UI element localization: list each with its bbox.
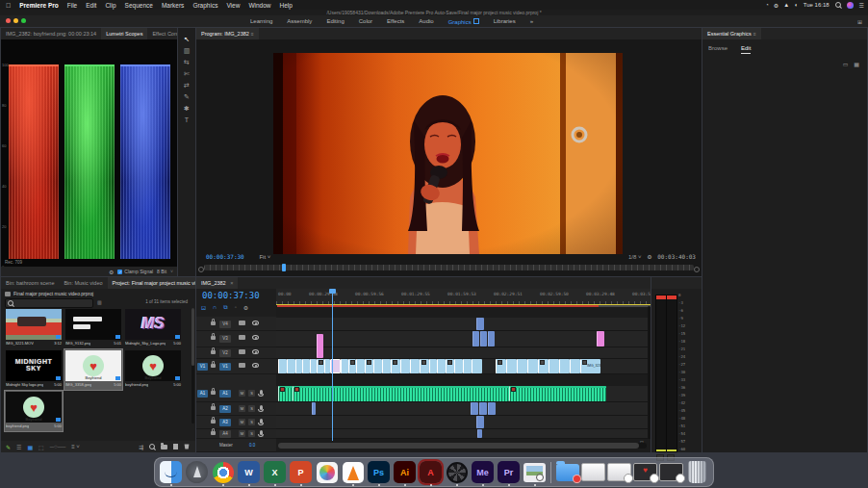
- clip-v1[interactable]: [472, 359, 482, 373]
- menu-item-clip[interactable]: Clip: [105, 2, 115, 9]
- clip-v1[interactable]: [410, 359, 420, 373]
- scrubber-left-handle[interactable]: [198, 267, 204, 272]
- panel-tab-effect-controls[interactable]: Effect Controls: [147, 28, 177, 39]
- new-layer-icon[interactable]: ▦: [854, 61, 859, 67]
- minimize-window-button[interactable]: [13, 18, 18, 23]
- project-file-name[interactable]: Final major project music video.prproj: [13, 291, 93, 296]
- apple-menu[interactable]: : [6, 2, 11, 9]
- timeline-settings-button[interactable]: ⚙: [243, 304, 248, 311]
- voice-over-button[interactable]: [260, 419, 263, 424]
- bit-depth-dropdown[interactable]: 8 Bit: [157, 269, 166, 274]
- project-item[interactable]: ♥BoyfriendIMG_3358.jpeg5:00: [64, 349, 122, 390]
- timeline-playhead[interactable]: [332, 289, 333, 441]
- eg-subtab-edit[interactable]: Edit: [741, 45, 751, 54]
- program-scrubber[interactable]: [204, 265, 694, 270]
- clip-indicator-right[interactable]: [667, 295, 677, 299]
- clip-v1[interactable]: [400, 359, 410, 373]
- clip-a2[interactable]: [479, 402, 487, 415]
- menu-item-help[interactable]: Help: [280, 2, 293, 9]
- lock-toggle[interactable]: [211, 420, 216, 424]
- clip-v3[interactable]: [472, 331, 479, 347]
- clip-indicator-left[interactable]: [656, 295, 666, 299]
- project-item[interactable]: IMG_9132.png5:01: [64, 308, 122, 348]
- workspace-menu-icon[interactable]: ⊞: [857, 18, 862, 25]
- selection-tool[interactable]: ↖: [184, 36, 190, 43]
- timeline-tab[interactable]: IMG_2382 ×: [196, 277, 238, 289]
- track-select-tool[interactable]: ▥: [184, 47, 191, 55]
- clip-v1[interactable]: [287, 359, 295, 373]
- search-input[interactable]: [5, 298, 93, 308]
- find-button[interactable]: [149, 444, 155, 450]
- sync-lock-toggle[interactable]: [239, 335, 245, 341]
- workspace-tab-assembly[interactable]: Assembly: [287, 18, 312, 24]
- dock-item-preview[interactable]: [523, 459, 547, 485]
- program-tab[interactable]: Program: IMG_2382≡: [196, 28, 259, 39]
- add-marker-button[interactable]: ◦: [235, 304, 237, 311]
- clip-v1[interactable]: [420, 359, 429, 373]
- timeline-horizontal-scrollbar[interactable]: [278, 443, 647, 449]
- clip-v1[interactable]: [356, 359, 365, 373]
- dock-item-illustrator[interactable]: Ai: [393, 459, 417, 485]
- dock-item-minimized-window-2[interactable]: [607, 459, 631, 485]
- bit-depth-caret[interactable]: ˅: [170, 269, 173, 274]
- clip-v1[interactable]: [365, 359, 373, 373]
- workspace-tab-learning[interactable]: Learning: [250, 18, 272, 24]
- eject-icon[interactable]: ▲: [783, 2, 789, 9]
- clip-a2[interactable]: [471, 402, 478, 415]
- clip-v1[interactable]: [348, 359, 356, 373]
- dock-item-finder[interactable]: [159, 459, 183, 485]
- razor-tool[interactable]: ✄: [184, 70, 190, 78]
- sync-lock-toggle[interactable]: [239, 349, 245, 355]
- clip-v1[interactable]: [373, 359, 382, 373]
- lock-toggle[interactable]: [211, 406, 216, 411]
- track-output-toggle[interactable]: [252, 363, 259, 369]
- clip-v1[interactable]: [278, 359, 287, 373]
- source-patch-a1[interactable]: A1: [197, 390, 208, 398]
- dock-item-powerpoint[interactable]: P: [289, 459, 313, 485]
- clip-v4[interactable]: [476, 318, 484, 330]
- track-output-toggle[interactable]: [252, 349, 259, 355]
- dock-item-trash[interactable]: [685, 459, 709, 485]
- track-target-a2[interactable]: A2: [219, 405, 231, 413]
- clip-v1[interactable]: [437, 359, 446, 373]
- clip-v1[interactable]: [341, 359, 348, 373]
- type-tool[interactable]: T: [185, 116, 189, 123]
- project-item[interactable]: MSMidnight_Sky_Logo.png5:00: [124, 308, 182, 348]
- close-window-button[interactable]: [6, 18, 11, 23]
- snap-toggle[interactable]: ∩: [213, 304, 217, 311]
- track-output-toggle[interactable]: [252, 335, 259, 341]
- settings-status-icon[interactable]: ⚙: [774, 2, 779, 9]
- clip-v3v2[interactable]: [317, 334, 323, 358]
- voice-over-button[interactable]: [260, 405, 263, 411]
- mute-button[interactable]: M: [239, 430, 245, 437]
- source-patch-v1[interactable]: V1: [197, 363, 208, 371]
- clip-v3[interactable]: [480, 331, 487, 347]
- master-value[interactable]: 0.0: [249, 443, 255, 448]
- lock-toggle[interactable]: [211, 431, 216, 436]
- panel-menu-icon[interactable]: ≡: [753, 31, 756, 37]
- app-status-icon[interactable]: ◔: [765, 2, 769, 9]
- volume-icon[interactable]: ◖: [794, 2, 798, 9]
- zoom-level-dropdown[interactable]: Fit ˅: [259, 254, 270, 260]
- track-output-toggle[interactable]: [252, 321, 259, 326]
- clip-v1[interactable]: [517, 359, 527, 373]
- clip-a1[interactable]: [509, 386, 606, 401]
- clip-v1[interactable]: [302, 359, 310, 373]
- clip-v3[interactable]: [597, 331, 604, 347]
- delete-button[interactable]: [184, 444, 190, 450]
- new-item-button[interactable]: [173, 444, 178, 450]
- clip-v1[interactable]: [429, 359, 437, 373]
- dock-item-minimized-window-1[interactable]: [581, 459, 605, 485]
- new-bin-button[interactable]: [161, 443, 167, 450]
- nest-toggle[interactable]: ⊡: [201, 304, 206, 311]
- solo-button[interactable]: S: [248, 430, 255, 437]
- track-target-a3[interactable]: A3: [219, 419, 231, 426]
- scope-settings-icon[interactable]: ⚙: [109, 269, 114, 275]
- project-item[interactable]: MIDNIGHTSKYMidnight Sky logo.png5:00: [5, 349, 63, 390]
- dock-item-vlc[interactable]: [341, 459, 365, 485]
- icon-view-button[interactable]: ▦: [27, 444, 33, 450]
- clip-v1[interactable]: [538, 359, 549, 373]
- lock-toggle[interactable]: [211, 364, 216, 369]
- list-view-button[interactable]: ☰: [16, 444, 21, 450]
- playback-resolution-dropdown[interactable]: 1/8 ˅: [628, 254, 642, 260]
